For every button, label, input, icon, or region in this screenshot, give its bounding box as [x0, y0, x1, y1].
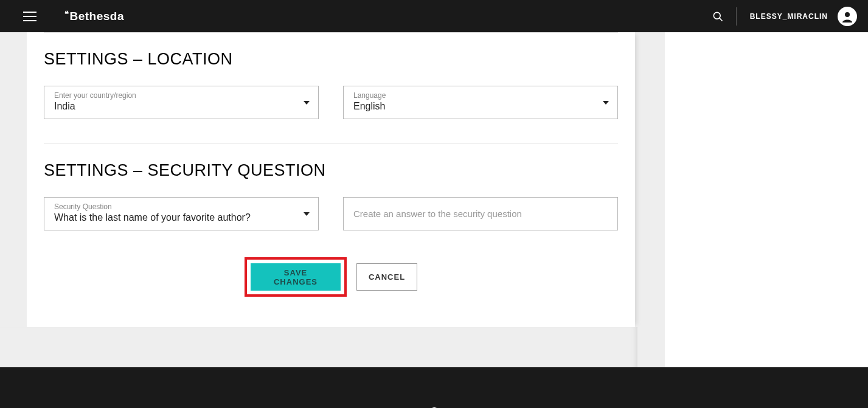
country-select[interactable]: Enter your country/region India [44, 86, 319, 119]
menu-icon[interactable] [23, 9, 38, 24]
page-body: SETTINGS – LOCATION Enter your country/r… [0, 32, 868, 367]
brand-text: Bethesda [70, 10, 125, 23]
save-highlight: SAVE CHANGES [245, 257, 347, 297]
language-value: English [353, 101, 608, 112]
language-label: Language [353, 91, 608, 100]
header-bar: ❝ Bethesda BLESSY_MIRACLIN [0, 0, 868, 32]
save-button[interactable]: SAVE CHANGES [251, 263, 341, 291]
security-question-value: What is the last name of your favorite a… [54, 212, 308, 223]
left-column: SETTINGS – LOCATION Enter your country/r… [0, 32, 665, 367]
security-row: Security Question What is the last name … [44, 197, 618, 230]
page-background [0, 327, 637, 367]
header-divider [736, 7, 737, 26]
user-icon [840, 9, 855, 24]
security-answer-input[interactable] [353, 209, 608, 219]
username-label[interactable]: BLESSY_MIRACLIN [750, 12, 828, 21]
search-icon[interactable] [712, 10, 724, 22]
chevron-down-icon [304, 212, 310, 216]
divider [44, 143, 618, 144]
action-buttons: SAVE CHANGES CANCEL [44, 257, 618, 297]
location-section-title: SETTINGS – LOCATION [44, 50, 618, 69]
brand-logo[interactable]: ❝ Bethesda [64, 10, 124, 23]
right-column [665, 32, 868, 367]
security-answer-field[interactable] [343, 197, 618, 230]
chevron-down-icon [603, 101, 609, 105]
svg-point-0 [713, 12, 720, 19]
chevron-down-icon [304, 101, 310, 105]
location-row: Enter your country/region India Language… [44, 86, 618, 119]
divider [44, 32, 618, 33]
security-section-title: SETTINGS – SECURITY QUESTION [44, 161, 618, 180]
country-label: Enter your country/region [54, 91, 308, 100]
security-question-select[interactable]: Security Question What is the last name … [44, 197, 319, 230]
footer [0, 367, 868, 408]
avatar[interactable] [838, 7, 857, 26]
country-value: India [54, 101, 308, 112]
language-select[interactable]: Language English [343, 86, 618, 119]
cancel-button[interactable]: CANCEL [356, 263, 417, 291]
security-question-label: Security Question [54, 202, 308, 211]
svg-line-1 [720, 18, 723, 21]
brand-quote-icon: ❝ [64, 9, 69, 18]
svg-point-3 [845, 12, 850, 17]
settings-card: SETTINGS – LOCATION Enter your country/r… [27, 32, 635, 327]
